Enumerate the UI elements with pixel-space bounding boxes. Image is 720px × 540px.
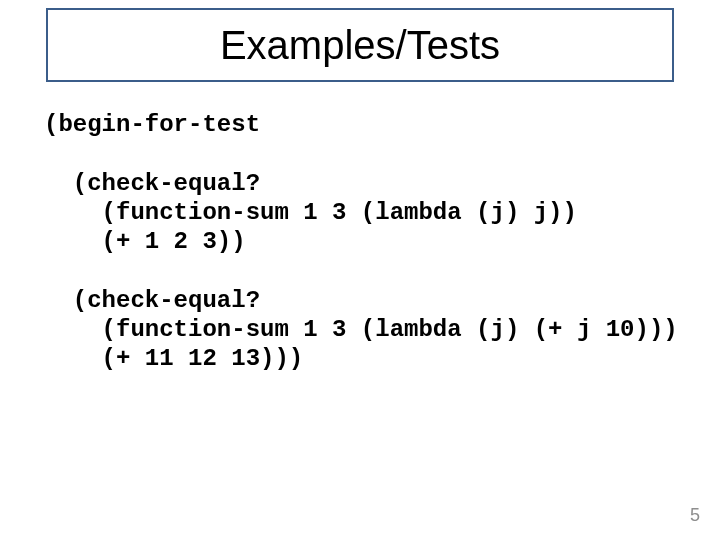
title-box: Examples/Tests xyxy=(46,8,674,82)
slide: Examples/Tests (begin-for-test (check-eq… xyxy=(0,0,720,540)
page-title: Examples/Tests xyxy=(220,23,500,68)
code-block: (begin-for-test (check-equal? (function-… xyxy=(44,110,678,373)
page-number: 5 xyxy=(690,505,700,526)
